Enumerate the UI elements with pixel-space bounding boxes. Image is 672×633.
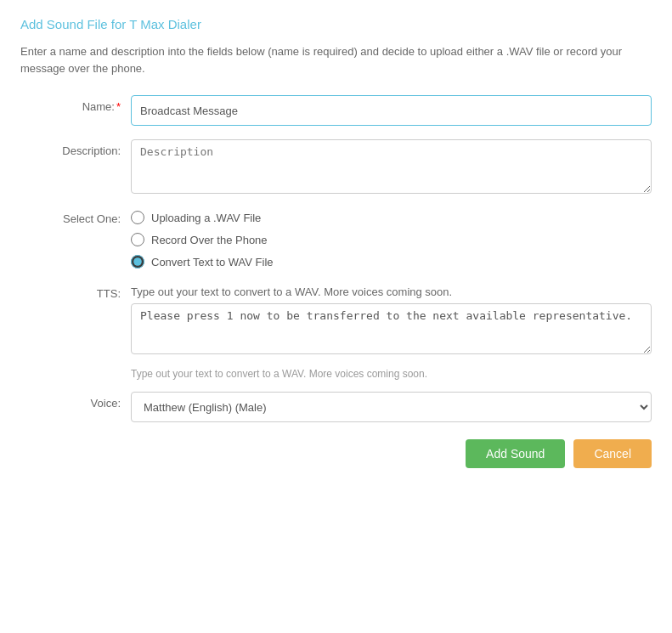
radio-wav[interactable] (131, 211, 144, 224)
add-sound-button[interactable]: Add Sound (466, 439, 565, 468)
name-row: Name:* (20, 95, 652, 126)
tts-row: TTS: Type out your text to convert to a … (20, 282, 652, 354)
radio-group: Uploading a .WAV File Record Over the Ph… (131, 207, 274, 268)
radio-tts[interactable] (131, 255, 144, 268)
radio-option-tts[interactable]: Convert Text to WAV File (131, 255, 274, 268)
name-label: Name:* (20, 95, 131, 113)
radio-tts-label: Convert Text to WAV File (151, 256, 274, 268)
radio-wav-label: Uploading a .WAV File (151, 212, 261, 224)
radio-option-phone[interactable]: Record Over the Phone (131, 233, 274, 246)
name-input[interactable] (131, 95, 652, 126)
button-row: Add Sound Cancel (20, 439, 652, 468)
radio-phone-label: Record Over the Phone (151, 234, 268, 246)
intro-text: Enter a name and description into the fi… (20, 43, 652, 76)
tts-below-hint: Type out your text to convert to a WAV. … (131, 368, 652, 380)
tts-hint: Type out your text to convert to a WAV. … (131, 282, 652, 298)
voice-select[interactable]: Matthew (English) (Male) Joanna (English… (131, 392, 652, 422)
voice-label: Voice: (20, 392, 131, 410)
description-row: Description: (20, 139, 652, 194)
required-star: * (116, 100, 121, 113)
page-title: Add Sound File for T Max Dialer (20, 17, 652, 31)
description-textarea[interactable] (131, 139, 652, 194)
tts-textarea[interactable]: Please press 1 now to be transferred to … (131, 303, 652, 354)
select-one-row: Select One: Uploading a .WAV File Record… (20, 207, 652, 268)
radio-option-wav[interactable]: Uploading a .WAV File (131, 211, 274, 224)
cancel-button[interactable]: Cancel (573, 439, 652, 468)
tts-label: TTS: (20, 282, 131, 300)
radio-phone[interactable] (131, 233, 144, 246)
voice-row: Voice: Matthew (English) (Male) Joanna (… (20, 392, 652, 422)
description-label: Description: (20, 139, 131, 157)
select-one-label: Select One: (20, 207, 131, 225)
